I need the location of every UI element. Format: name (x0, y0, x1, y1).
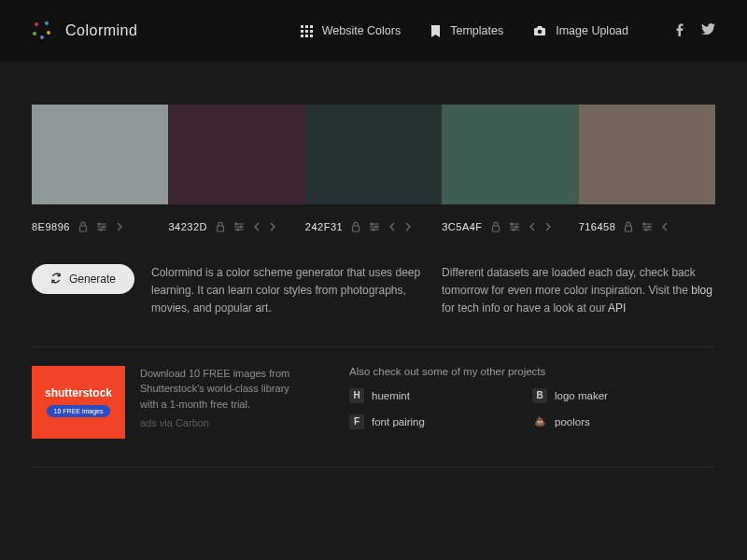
svg-point-13 (100, 229, 102, 231)
chevron-right-icon[interactable] (269, 222, 276, 231)
nav-website-colors[interactable]: Website Colors (301, 24, 402, 37)
svg-point-15 (235, 223, 237, 225)
divider (32, 346, 715, 347)
generate-button[interactable]: Generate (32, 264, 134, 294)
nav: Website Colors Templates Image Upload (301, 23, 715, 39)
hex-code[interactable]: 716458 (579, 221, 616, 232)
svg-rect-22 (492, 226, 499, 231)
chevron-right-icon[interactable] (116, 222, 123, 231)
fontpairing-icon: F (349, 414, 364, 429)
svg-point-19 (371, 223, 373, 225)
nav-templates[interactable]: Templates (430, 24, 503, 37)
social-links (675, 23, 715, 39)
hex-code[interactable]: 3C5A4F (442, 221, 482, 232)
lock-icon[interactable] (216, 221, 225, 232)
svg-point-29 (645, 229, 647, 231)
refresh-icon (50, 273, 62, 287)
svg-rect-1 (305, 25, 308, 28)
chevron-left-icon[interactable] (253, 222, 261, 231)
svg-point-12 (103, 226, 105, 228)
ad-attribution[interactable]: ads via Carbon (140, 415, 308, 431)
nav-label: Website Colors (322, 24, 402, 37)
swatch-1[interactable] (32, 105, 168, 204)
svg-point-9 (538, 30, 542, 34)
hex-code[interactable]: 34232D (168, 221, 207, 232)
svg-rect-10 (79, 226, 86, 231)
svg-rect-4 (305, 30, 308, 33)
sliders-icon[interactable] (96, 222, 107, 231)
nav-label: Image Upload (556, 24, 628, 37)
brand-name[interactable]: Colormind (65, 22, 137, 39)
svg-point-28 (648, 226, 650, 228)
lock-icon[interactable] (351, 221, 360, 232)
chevron-right-icon[interactable] (544, 222, 552, 231)
sliders-icon[interactable] (233, 222, 245, 231)
swatch-2[interactable] (168, 105, 304, 204)
svg-rect-18 (353, 226, 359, 231)
chevron-left-icon[interactable] (661, 222, 669, 231)
api-link[interactable]: API (608, 301, 626, 315)
other-projects: Also check out some of my other projects… (349, 366, 715, 439)
svg-rect-6 (301, 35, 303, 37)
lock-icon[interactable] (624, 221, 633, 232)
hex-code[interactable]: 8E9896 (32, 221, 70, 232)
logomaker-icon: B (532, 388, 547, 403)
svg-point-24 (515, 226, 517, 228)
code-cell: 3C5A4F (442, 221, 578, 232)
hex-code[interactable]: 242F31 (305, 221, 343, 232)
project-fontpairing[interactable]: Ffont pairing (349, 414, 532, 429)
poolors-icon: 💩 (532, 414, 547, 429)
svg-rect-8 (310, 35, 313, 37)
header: Colormind Website Colors Templates Image… (0, 0, 747, 62)
svg-rect-3 (301, 30, 303, 33)
facebook-icon[interactable] (675, 23, 684, 39)
logo-icon (32, 21, 52, 41)
svg-point-21 (373, 229, 374, 231)
description-1: Colormind is a color scheme generator th… (151, 264, 425, 318)
svg-point-27 (643, 223, 645, 225)
sliders-icon[interactable] (509, 222, 520, 231)
code-cell: 8E9896 (32, 221, 168, 232)
description-2: Different datasets are loaded each day, … (442, 264, 715, 318)
ad-pill: 10 FREE images (47, 405, 111, 417)
svg-rect-2 (310, 25, 313, 28)
footer-row: shutterstock 10 FREE images Download 10 … (32, 366, 715, 439)
code-cell: 34232D (168, 221, 304, 232)
svg-point-16 (240, 226, 242, 228)
chevron-right-icon[interactable] (404, 222, 412, 231)
twitter-icon[interactable] (701, 23, 715, 39)
svg-point-17 (237, 229, 239, 231)
ad-text: Download 10 FREE images from Shutterstoc… (140, 366, 308, 439)
grid-icon (301, 25, 313, 37)
swatch-5[interactable] (579, 105, 715, 204)
ad-banner[interactable]: shutterstock 10 FREE images (32, 366, 125, 439)
codes-row: 8E9896 34232D 242F31 3C5A4F 716 (32, 221, 715, 232)
svg-rect-14 (217, 226, 223, 231)
nav-image-upload[interactable]: Image Upload (533, 24, 628, 37)
svg-point-11 (98, 223, 100, 225)
code-cell: 242F31 (305, 221, 442, 232)
svg-point-25 (513, 229, 514, 231)
swatch-4[interactable] (442, 105, 578, 204)
nav-label: Templates (450, 24, 503, 37)
palette-row (32, 105, 715, 204)
chevron-left-icon[interactable] (388, 222, 396, 231)
svg-rect-0 (301, 25, 303, 28)
chevron-left-icon[interactable] (529, 222, 536, 231)
lock-icon[interactable] (491, 221, 500, 232)
lock-icon[interactable] (78, 221, 88, 232)
project-logomaker[interactable]: Blogo maker (532, 388, 715, 403)
svg-point-20 (375, 226, 377, 228)
project-poolors[interactable]: 💩poolors (532, 414, 715, 429)
generate-label: Generate (69, 273, 116, 286)
swatch-3[interactable] (305, 105, 442, 204)
huemint-icon: H (349, 388, 364, 403)
ad-logo: shutterstock (45, 386, 112, 399)
blog-link[interactable]: blog (691, 284, 712, 297)
sliders-icon[interactable] (369, 222, 380, 231)
divider (32, 467, 715, 468)
svg-rect-7 (305, 35, 308, 37)
sliders-icon[interactable] (641, 222, 653, 231)
project-huemint[interactable]: Hhuemint (349, 388, 532, 403)
projects-title: Also check out some of my other projects (349, 366, 715, 377)
